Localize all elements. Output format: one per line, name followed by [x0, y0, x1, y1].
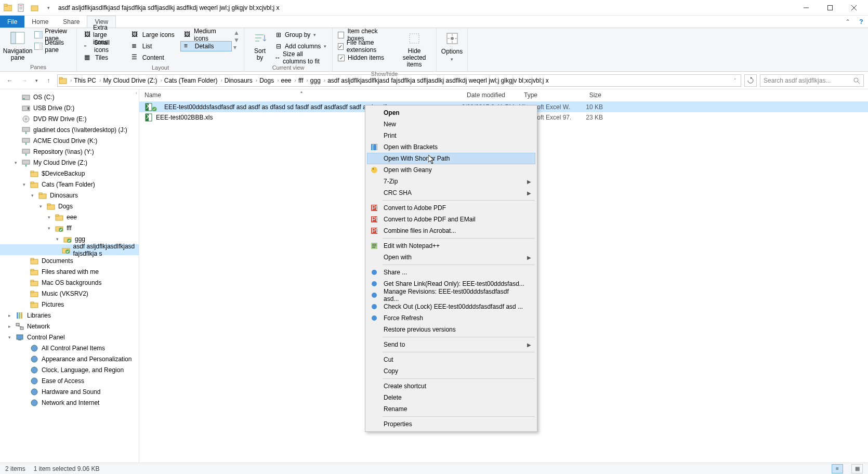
hidden-items-toggle[interactable]: ✓Hidden items — [336, 52, 396, 63]
menu-item[interactable]: Manage Revisions: EEE-test00dddsfasdfasd… — [367, 289, 535, 301]
qat-newfolder-icon[interactable] — [29, 2, 41, 14]
tree-item[interactable]: Music (VKSRV2) — [0, 288, 139, 299]
address-bar[interactable]: ›This PC ›My Cloud Drive (Z:) ›Cats (Tea… — [57, 74, 741, 87]
tree-item[interactable]: Repository (\\nas) (Y:) — [0, 146, 139, 157]
size-columns-button[interactable]: ↔Size all columns to fit — [272, 52, 329, 63]
menu-item[interactable]: Send to▶ — [367, 339, 535, 350]
sort-by-button[interactable]: Sortby — [247, 29, 272, 62]
maximize-button[interactable] — [818, 0, 842, 16]
tree-item[interactable]: Network and Internet — [0, 397, 139, 408]
expand-toggle-icon[interactable]: ▾ — [46, 226, 52, 231]
group-by-button[interactable]: ⊞Group by▾ — [272, 29, 329, 41]
tree-item[interactable]: $DeviceBackup — [0, 168, 139, 179]
layout-small[interactable]: ▫Small icons — [81, 41, 126, 51]
menu-item[interactable]: 7-Zip▶ — [367, 176, 535, 187]
tree-item[interactable]: ▾fff — [0, 222, 139, 233]
menu-item[interactable]: Share ... — [367, 267, 535, 278]
menu-item[interactable]: [ ]Open with Brackets — [367, 141, 535, 153]
expand-toggle-icon[interactable]: ▾ — [46, 215, 52, 220]
hide-selected-button[interactable]: Hide selecteditems — [396, 29, 433, 70]
tree-item[interactable]: Mac OS backgrounds — [0, 277, 139, 288]
tree-item[interactable]: ▾Control Panel — [0, 332, 139, 343]
qat-properties-icon[interactable] — [16, 2, 27, 14]
file-extensions-toggle[interactable]: ✓File name extensions — [336, 41, 396, 52]
menu-item[interactable]: PDFCombine files in Acrobat... — [367, 225, 535, 236]
menu-item[interactable]: Create shortcut — [367, 380, 535, 392]
options-button[interactable]: Options▾ — [440, 29, 465, 63]
tree-item[interactable]: USB Drive (D:) — [0, 102, 139, 113]
layout-tiles[interactable]: ▦Tiles — [81, 52, 126, 63]
close-button[interactable] — [842, 0, 866, 16]
expand-toggle-icon[interactable]: ▸ — [6, 324, 12, 329]
layout-details[interactable]: ≡Details — [180, 41, 232, 51]
menu-item[interactable]: Open With Shorter Path — [367, 153, 535, 164]
tree-item[interactable]: DVD RW Drive (E:) — [0, 113, 139, 124]
column-header-date[interactable]: Date modified — [462, 89, 519, 101]
details-view-button[interactable]: ≡ — [832, 464, 843, 473]
help-button[interactable]: ? — [854, 16, 868, 28]
expand-toggle-icon[interactable]: ▾ — [21, 182, 27, 187]
address-dropdown-button[interactable]: ˅ — [731, 78, 740, 83]
expand-toggle-icon[interactable]: ▸ — [6, 313, 12, 318]
tree-item[interactable]: Clock, Language, and Region — [0, 364, 139, 375]
expand-toggle-icon[interactable]: ▾ — [54, 236, 60, 242]
back-button[interactable]: ← — [4, 75, 16, 86]
tree-item[interactable]: OS (C:) — [0, 91, 139, 102]
expand-toggle-icon[interactable]: ▾ — [29, 193, 35, 198]
menu-item[interactable]: Open with▶ — [367, 252, 535, 263]
layout-list[interactable]: ≣List — [128, 41, 178, 51]
menu-item[interactable]: Open — [367, 107, 535, 118]
menu-item[interactable]: Rename — [367, 403, 535, 415]
tree-item[interactable]: ▾Dinosaurs — [0, 190, 139, 201]
details-pane-button[interactable]: Details pane — [32, 41, 73, 52]
tree-item[interactable]: asdf asljdflkjasdlfkjasd fajsdflkja s — [0, 244, 139, 255]
minimize-button[interactable] — [794, 0, 818, 16]
tree-item[interactable]: ▾Cats (Team Folder) — [0, 179, 139, 190]
layout-scroll-up[interactable]: ▲ — [233, 29, 240, 36]
search-input[interactable]: Search asdf asljdflkjas... — [760, 74, 864, 87]
layout-extra-large[interactable]: 🖼Extra large icons — [81, 30, 126, 40]
menu-item[interactable]: Cut — [367, 354, 535, 365]
tab-file[interactable]: File — [0, 16, 24, 28]
thumbnails-view-button[interactable]: ▦ — [851, 464, 863, 473]
collapse-ribbon-button[interactable]: ⌃ — [841, 16, 854, 28]
recent-dropdown-button[interactable]: ▾ — [33, 75, 40, 86]
expand-toggle-icon[interactable]: ▾ — [37, 204, 44, 209]
expand-toggle-icon[interactable]: ▾ — [6, 335, 12, 340]
tree-item[interactable]: ▾My Cloud Drive (Z:) — [0, 157, 139, 168]
tree-item[interactable]: Appearance and Personalization — [0, 353, 139, 364]
menu-item[interactable]: Delete — [367, 392, 535, 403]
unpin-tree-icon[interactable]: ‹ — [136, 90, 137, 96]
tree-item[interactable]: ▸Libraries — [0, 310, 139, 321]
menu-item[interactable]: Open with Geany — [367, 164, 535, 176]
tree-item[interactable]: ACME Cloud Drive (K:) — [0, 135, 139, 146]
tree-item[interactable]: Hardware and Sound — [0, 386, 139, 397]
menu-item[interactable]: CRC SHA▶ — [367, 187, 535, 199]
menu-item[interactable]: PDFConvert to Adobe PDF — [367, 202, 535, 214]
up-button[interactable]: ↑ — [43, 75, 54, 86]
expand-toggle-icon[interactable]: ▾ — [12, 160, 19, 165]
tree-item[interactable]: ▾Dogs — [0, 201, 139, 212]
tree-item[interactable]: gladinet docs (\\valterdesktop) (J:) — [0, 124, 139, 135]
tree-item[interactable]: ▾eee — [0, 212, 139, 222]
refresh-button[interactable] — [744, 74, 757, 87]
layout-scroll-down[interactable]: ▼ — [233, 36, 240, 44]
tree-item[interactable]: All Control Panel Items — [0, 343, 139, 353]
menu-item[interactable]: Check Out (Lock) EEE-test00dddsfasdfasdf… — [367, 301, 535, 312]
menu-item[interactable]: New — [367, 118, 535, 130]
navigation-pane-button[interactable]: Navigationpane — [3, 29, 32, 62]
tree-item[interactable]: Pictures — [0, 299, 139, 310]
menu-item[interactable]: Properties — [367, 418, 535, 430]
menu-item[interactable]: PDFConvert to Adobe PDF and EMail — [367, 214, 535, 225]
tab-share[interactable]: Share — [56, 16, 87, 28]
layout-large[interactable]: 🖼Large icons — [128, 30, 178, 40]
layout-medium[interactable]: 🖼Medium icons — [180, 30, 232, 40]
column-header-size[interactable]: Size — [571, 89, 607, 101]
menu-item[interactable]: Print — [367, 130, 535, 141]
column-header-name[interactable]: Name▴ — [139, 89, 462, 101]
layout-content[interactable]: ☰Content — [128, 52, 178, 63]
forward-button[interactable]: → — [19, 75, 30, 86]
tree-item[interactable]: ▸Network — [0, 321, 139, 332]
menu-item[interactable]: Restore previous versions — [367, 324, 535, 335]
menu-item[interactable]: Copy — [367, 365, 535, 377]
